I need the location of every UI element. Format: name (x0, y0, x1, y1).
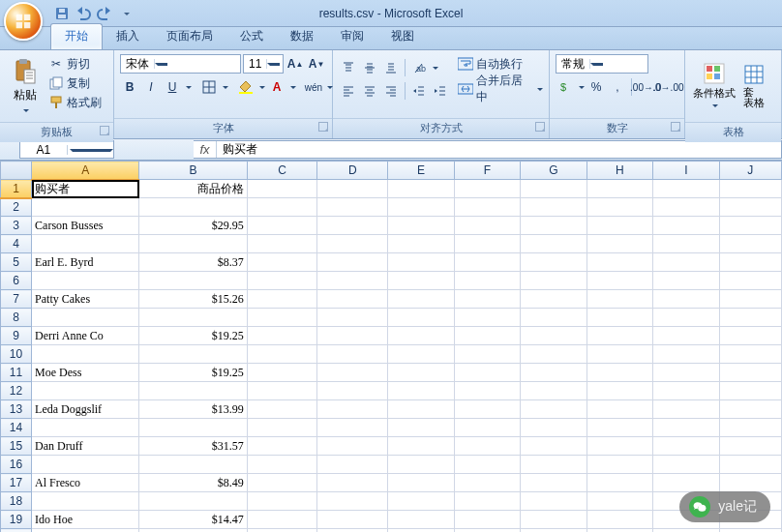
cell[interactable] (247, 327, 317, 345)
cell[interactable] (586, 364, 652, 382)
cell[interactable] (653, 198, 719, 217)
cell[interactable] (139, 456, 247, 474)
cell[interactable] (247, 382, 317, 400)
cell[interactable] (719, 400, 781, 419)
format-painter-button[interactable]: 格式刷 (48, 93, 102, 112)
cell[interactable] (32, 345, 139, 364)
dialog-launcher-icon[interactable] (318, 122, 328, 132)
tab-2[interactable]: 页面布局 (153, 24, 226, 49)
cell[interactable] (247, 492, 317, 511)
cell[interactable]: Leda Doggslif (32, 400, 139, 419)
cell[interactable] (139, 235, 247, 253)
cell[interactable] (317, 309, 388, 327)
cell[interactable] (586, 217, 652, 235)
formula-input[interactable]: fx 购买者 (194, 140, 782, 159)
phonetic-button[interactable]: wén (304, 77, 323, 97)
cell[interactable]: $8.49 (139, 474, 247, 492)
align-middle-button[interactable] (360, 58, 379, 77)
cell[interactable] (454, 235, 520, 253)
cell[interactable] (586, 511, 652, 529)
cell[interactable] (32, 272, 139, 290)
cell[interactable] (32, 529, 139, 533)
cell[interactable] (586, 419, 652, 437)
cell[interactable] (521, 529, 586, 533)
cell[interactable] (586, 382, 652, 400)
cell[interactable] (139, 492, 247, 511)
cell[interactable] (388, 492, 454, 511)
cell[interactable] (521, 345, 586, 364)
row-header[interactable]: 12 (1, 382, 32, 400)
cell[interactable] (317, 235, 388, 253)
tab-5[interactable]: 审阅 (327, 24, 377, 49)
cell[interactable] (388, 290, 454, 309)
comma-button[interactable]: , (608, 77, 627, 97)
cell[interactable] (32, 456, 139, 474)
cell[interactable] (32, 235, 139, 253)
fill-color-button[interactable] (236, 77, 256, 97)
cell[interactable] (454, 364, 520, 382)
cell[interactable] (388, 419, 454, 437)
cell[interactable] (653, 382, 719, 400)
cell[interactable] (586, 474, 652, 492)
worksheet[interactable]: ABCDEFGHIJ1购买者商品价格23Carson Busses$29.954… (0, 161, 782, 532)
cell[interactable] (247, 309, 317, 327)
dialog-launcher-icon[interactable] (535, 122, 545, 132)
cell[interactable] (32, 419, 139, 437)
qat-customize-icon[interactable] (118, 6, 134, 21)
cell[interactable] (586, 235, 652, 253)
col-header-G[interactable]: G (521, 162, 586, 180)
cell[interactable] (139, 419, 247, 437)
italic-button[interactable]: I (141, 77, 161, 97)
col-header-E[interactable]: E (388, 162, 454, 180)
cell[interactable] (586, 272, 652, 290)
cell[interactable] (388, 345, 454, 364)
cell[interactable] (719, 235, 781, 253)
cell[interactable] (719, 217, 781, 235)
cell[interactable] (719, 364, 781, 382)
cell[interactable] (317, 272, 388, 290)
cell[interactable]: $13.99 (139, 400, 247, 419)
cell[interactable] (317, 511, 388, 529)
cell[interactable] (388, 382, 454, 400)
cell[interactable]: Derri Anne Co (32, 327, 139, 345)
cell[interactable] (586, 437, 652, 456)
tab-6[interactable]: 视图 (377, 24, 428, 49)
cell[interactable] (454, 511, 520, 529)
cell[interactable] (653, 419, 719, 437)
cell[interactable] (653, 180, 719, 198)
cell[interactable] (521, 419, 586, 437)
tab-3[interactable]: 公式 (226, 24, 277, 49)
cell[interactable]: 商品价格 (139, 180, 247, 198)
orientation-button[interactable]: ab (409, 58, 429, 77)
cell[interactable]: $19.25 (139, 364, 247, 382)
cell[interactable] (247, 437, 317, 456)
cell[interactable] (317, 198, 388, 217)
cell[interactable] (317, 253, 388, 272)
cell[interactable]: Ido Hoe (32, 511, 139, 529)
cell[interactable] (521, 492, 586, 511)
cell[interactable] (317, 327, 388, 345)
cell[interactable] (247, 345, 317, 364)
cell[interactable] (719, 272, 781, 290)
cell[interactable] (388, 400, 454, 419)
cell[interactable] (317, 345, 388, 364)
cell[interactable] (32, 382, 139, 400)
name-box[interactable]: A1 (19, 140, 114, 159)
cut-button[interactable]: ✂剪切 (48, 54, 102, 74)
cell[interactable] (719, 327, 781, 345)
cell[interactable] (247, 364, 317, 382)
conditional-format-button[interactable]: 条件格式 (691, 54, 737, 118)
cell[interactable] (317, 492, 388, 511)
cell[interactable] (454, 345, 520, 364)
cell[interactable] (653, 309, 719, 327)
cell[interactable] (521, 382, 586, 400)
dialog-launcher-icon[interactable] (100, 126, 109, 135)
cell[interactable] (521, 253, 586, 272)
cell[interactable] (317, 382, 388, 400)
shrink-font-button[interactable]: A▼ (307, 54, 326, 74)
paste-button[interactable]: 粘贴 (6, 54, 45, 118)
cell[interactable]: Al Fresco (32, 474, 139, 492)
cell[interactable] (317, 529, 388, 533)
row-header[interactable]: 17 (1, 474, 32, 492)
select-all-corner[interactable] (1, 162, 32, 180)
